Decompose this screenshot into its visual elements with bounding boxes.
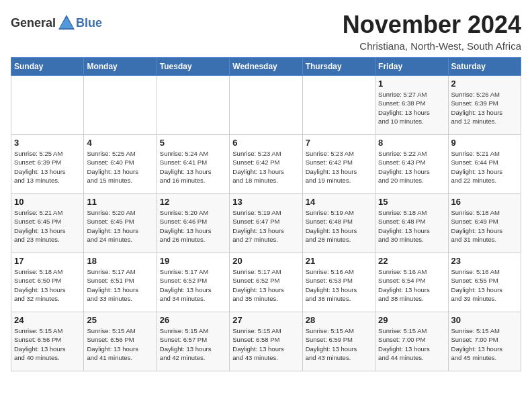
day-info: Sunrise: 5:24 AM Sunset: 6:41 PM Dayligh… <box>160 149 226 185</box>
calendar-day-cell: 24Sunrise: 5:15 AM Sunset: 6:56 PM Dayli… <box>11 312 84 371</box>
day-number: 25 <box>87 315 153 325</box>
day-number: 14 <box>306 197 372 207</box>
day-info: Sunrise: 5:15 AM Sunset: 6:58 PM Dayligh… <box>232 326 299 362</box>
calendar-day-cell <box>302 76 375 135</box>
page-title: November 2024 <box>343 11 521 39</box>
day-number: 4 <box>87 138 153 148</box>
day-info: Sunrise: 5:17 AM Sunset: 6:52 PM Dayligh… <box>232 267 299 303</box>
weekday-header-cell: Monday <box>84 58 157 76</box>
day-info: Sunrise: 5:20 AM Sunset: 6:46 PM Dayligh… <box>160 208 226 244</box>
day-info: Sunrise: 5:27 AM Sunset: 6:38 PM Dayligh… <box>378 90 445 126</box>
calendar-day-cell: 17Sunrise: 5:18 AM Sunset: 6:50 PM Dayli… <box>11 253 84 312</box>
calendar-week-row: 1Sunrise: 5:27 AM Sunset: 6:38 PM Daylig… <box>11 76 521 135</box>
day-info: Sunrise: 5:15 AM Sunset: 6:59 PM Dayligh… <box>306 326 372 362</box>
day-number: 29 <box>378 315 445 325</box>
day-number: 5 <box>160 138 226 148</box>
title-block: November 2024 Christiana, North-West, So… <box>343 11 521 52</box>
calendar-table: SundayMondayTuesdayWednesdayThursdayFrid… <box>11 57 521 371</box>
day-info: Sunrise: 5:18 AM Sunset: 6:48 PM Dayligh… <box>378 208 445 244</box>
day-info: Sunrise: 5:23 AM Sunset: 6:42 PM Dayligh… <box>232 149 299 185</box>
calendar-day-cell: 28Sunrise: 5:15 AM Sunset: 6:59 PM Dayli… <box>302 312 375 371</box>
logo-icon <box>57 13 76 32</box>
weekday-header-cell: Friday <box>375 58 448 76</box>
day-number: 19 <box>160 256 226 266</box>
logo-blue-text: Blue <box>76 16 102 30</box>
day-number: 7 <box>306 138 372 148</box>
weekday-header-cell: Thursday <box>302 58 375 76</box>
day-number: 3 <box>14 138 81 148</box>
calendar-day-cell: 6Sunrise: 5:23 AM Sunset: 6:42 PM Daylig… <box>230 135 302 194</box>
weekday-header-cell: Tuesday <box>157 58 229 76</box>
calendar-day-cell: 16Sunrise: 5:18 AM Sunset: 6:49 PM Dayli… <box>448 194 521 253</box>
calendar-day-cell: 5Sunrise: 5:24 AM Sunset: 6:41 PM Daylig… <box>157 135 229 194</box>
day-info: Sunrise: 5:25 AM Sunset: 6:40 PM Dayligh… <box>87 149 153 185</box>
calendar-day-cell: 2Sunrise: 5:26 AM Sunset: 6:39 PM Daylig… <box>448 76 521 135</box>
day-number: 23 <box>451 256 518 266</box>
calendar-day-cell: 26Sunrise: 5:15 AM Sunset: 6:57 PM Dayli… <box>157 312 229 371</box>
day-info: Sunrise: 5:17 AM Sunset: 6:52 PM Dayligh… <box>160 267 226 303</box>
day-info: Sunrise: 5:25 AM Sunset: 6:39 PM Dayligh… <box>14 149 81 185</box>
day-number: 27 <box>232 315 299 325</box>
svg-marker-1 <box>60 17 73 28</box>
calendar-day-cell: 21Sunrise: 5:16 AM Sunset: 6:53 PM Dayli… <box>302 253 375 312</box>
calendar-day-cell <box>230 76 302 135</box>
calendar-day-cell: 30Sunrise: 5:15 AM Sunset: 7:00 PM Dayli… <box>448 312 521 371</box>
calendar-day-cell: 8Sunrise: 5:22 AM Sunset: 6:43 PM Daylig… <box>375 135 448 194</box>
calendar-day-cell: 22Sunrise: 5:16 AM Sunset: 6:54 PM Dayli… <box>375 253 448 312</box>
calendar-day-cell: 9Sunrise: 5:21 AM Sunset: 6:44 PM Daylig… <box>448 135 521 194</box>
day-number: 16 <box>451 197 518 207</box>
day-info: Sunrise: 5:18 AM Sunset: 6:50 PM Dayligh… <box>14 267 81 303</box>
calendar-day-cell: 23Sunrise: 5:16 AM Sunset: 6:55 PM Dayli… <box>448 253 521 312</box>
day-number: 8 <box>378 138 445 148</box>
day-number: 28 <box>306 315 372 325</box>
calendar-day-cell: 25Sunrise: 5:15 AM Sunset: 6:56 PM Dayli… <box>84 312 157 371</box>
calendar-day-cell <box>157 76 229 135</box>
calendar-day-cell: 14Sunrise: 5:19 AM Sunset: 6:48 PM Dayli… <box>302 194 375 253</box>
day-info: Sunrise: 5:17 AM Sunset: 6:51 PM Dayligh… <box>87 267 153 303</box>
page-header: General Blue November 2024 Christiana, N… <box>11 11 521 52</box>
calendar-day-cell: 7Sunrise: 5:23 AM Sunset: 6:42 PM Daylig… <box>302 135 375 194</box>
day-info: Sunrise: 5:16 AM Sunset: 6:54 PM Dayligh… <box>378 267 445 303</box>
day-number: 18 <box>87 256 153 266</box>
day-info: Sunrise: 5:16 AM Sunset: 6:53 PM Dayligh… <box>306 267 372 303</box>
day-number: 30 <box>451 315 518 325</box>
day-info: Sunrise: 5:15 AM Sunset: 7:00 PM Dayligh… <box>378 326 445 362</box>
day-number: 24 <box>14 315 81 325</box>
day-info: Sunrise: 5:19 AM Sunset: 6:47 PM Dayligh… <box>232 208 299 244</box>
day-info: Sunrise: 5:22 AM Sunset: 6:43 PM Dayligh… <box>378 149 445 185</box>
day-number: 20 <box>232 256 299 266</box>
weekday-header-row: SundayMondayTuesdayWednesdayThursdayFrid… <box>11 58 521 76</box>
calendar-week-row: 3Sunrise: 5:25 AM Sunset: 6:39 PM Daylig… <box>11 135 521 194</box>
day-info: Sunrise: 5:15 AM Sunset: 6:56 PM Dayligh… <box>14 326 81 362</box>
calendar-body: 1Sunrise: 5:27 AM Sunset: 6:38 PM Daylig… <box>11 76 521 371</box>
calendar-day-cell: 27Sunrise: 5:15 AM Sunset: 6:58 PM Dayli… <box>230 312 302 371</box>
calendar-week-row: 24Sunrise: 5:15 AM Sunset: 6:56 PM Dayli… <box>11 312 521 371</box>
day-info: Sunrise: 5:18 AM Sunset: 6:49 PM Dayligh… <box>451 208 518 244</box>
calendar-day-cell: 3Sunrise: 5:25 AM Sunset: 6:39 PM Daylig… <box>11 135 84 194</box>
day-number: 10 <box>14 197 81 207</box>
calendar-day-cell: 15Sunrise: 5:18 AM Sunset: 6:48 PM Dayli… <box>375 194 448 253</box>
day-number: 26 <box>160 315 226 325</box>
calendar-day-cell <box>84 76 157 135</box>
day-number: 6 <box>232 138 299 148</box>
calendar-day-cell: 18Sunrise: 5:17 AM Sunset: 6:51 PM Dayli… <box>84 253 157 312</box>
day-info: Sunrise: 5:15 AM Sunset: 6:57 PM Dayligh… <box>160 326 226 362</box>
calendar-day-cell: 1Sunrise: 5:27 AM Sunset: 6:38 PM Daylig… <box>375 76 448 135</box>
day-info: Sunrise: 5:21 AM Sunset: 6:44 PM Dayligh… <box>451 149 518 185</box>
day-number: 12 <box>160 197 226 207</box>
day-number: 22 <box>378 256 445 266</box>
calendar-day-cell: 11Sunrise: 5:20 AM Sunset: 6:45 PM Dayli… <box>84 194 157 253</box>
calendar-week-row: 17Sunrise: 5:18 AM Sunset: 6:50 PM Dayli… <box>11 253 521 312</box>
weekday-header-cell: Sunday <box>11 58 84 76</box>
day-number: 15 <box>378 197 445 207</box>
day-info: Sunrise: 5:26 AM Sunset: 6:39 PM Dayligh… <box>451 90 518 126</box>
calendar-day-cell: 29Sunrise: 5:15 AM Sunset: 7:00 PM Dayli… <box>375 312 448 371</box>
calendar-day-cell: 20Sunrise: 5:17 AM Sunset: 6:52 PM Dayli… <box>230 253 302 312</box>
day-number: 13 <box>232 197 299 207</box>
calendar-day-cell: 12Sunrise: 5:20 AM Sunset: 6:46 PM Dayli… <box>157 194 229 253</box>
calendar-day-cell: 10Sunrise: 5:21 AM Sunset: 6:45 PM Dayli… <box>11 194 84 253</box>
logo: General Blue <box>11 13 102 32</box>
calendar-day-cell: 13Sunrise: 5:19 AM Sunset: 6:47 PM Dayli… <box>230 194 302 253</box>
day-number: 1 <box>378 79 445 89</box>
day-info: Sunrise: 5:15 AM Sunset: 6:56 PM Dayligh… <box>87 326 153 362</box>
